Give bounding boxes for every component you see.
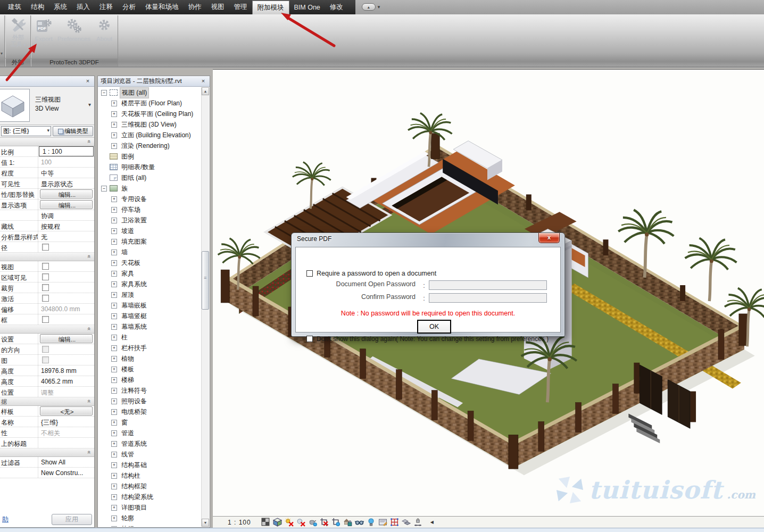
tree-item[interactable]: 管道系统 — [98, 438, 201, 449]
tree-expander-icon[interactable] — [111, 356, 117, 362]
tree-item[interactable]: 详图项目 — [98, 502, 201, 513]
sun-path-off-icon[interactable] — [285, 518, 294, 527]
tree-item[interactable]: 图纸 (all) — [98, 172, 201, 183]
tree-item-label[interactable]: 管道 — [120, 428, 136, 438]
panel-label-prototech[interactable]: ProtoTech 3DPDF — [31, 58, 118, 66]
displacement-sets-icon[interactable] — [402, 518, 411, 527]
tree-expander-icon[interactable] — [111, 462, 117, 468]
tree-item-label[interactable]: 屋顶 — [120, 290, 136, 300]
tree-item[interactable]: 家具 — [98, 268, 201, 279]
property-value[interactable] — [38, 355, 94, 365]
tree-item[interactable]: 管道 — [98, 428, 201, 438]
tree-item[interactable]: 线管 — [98, 449, 201, 460]
property-value[interactable]: 显示原状态 — [38, 178, 94, 188]
detail-level-icon[interactable] — [261, 518, 270, 527]
tree-expander-icon[interactable] — [111, 335, 117, 340]
temporary-hide-isolate-icon[interactable] — [355, 518, 364, 527]
tree-expander-icon[interactable] — [111, 132, 117, 138]
close-icon[interactable]: × — [84, 77, 92, 85]
property-value[interactable]: 调整 — [38, 387, 94, 397]
property-value[interactable]: 编辑... — [40, 334, 93, 343]
tree-item-label[interactable]: 立面 (Building Elevation) — [120, 130, 193, 140]
tree-item[interactable]: 注释符号 — [98, 385, 201, 396]
property-value[interactable]: {三维} — [38, 417, 94, 427]
type-selector[interactable]: 三维视图 3D View ▾ — [0, 87, 94, 125]
temporary-view-properties-icon[interactable] — [378, 518, 387, 527]
preferences-button[interactable]: Preferences — [55, 17, 93, 42]
ribbon-tab[interactable]: 体量和场地 — [140, 0, 184, 14]
tree-expander-icon[interactable] — [111, 388, 117, 394]
doc-open-password-input[interactable] — [429, 280, 547, 290]
properties-help-link[interactable]: 助 — [2, 515, 9, 524]
property-value[interactable]: <无> — [40, 406, 93, 415]
tree-expander-icon[interactable] — [111, 196, 117, 202]
edit-type-button[interactable]: 编辑类型 — [53, 126, 93, 136]
tree-item[interactable]: 屋顶 — [98, 289, 201, 300]
tree-item[interactable]: 视图 (all) — [98, 87, 201, 98]
tree-item-label[interactable]: 结构柱 — [120, 471, 142, 481]
close-icon[interactable]: x — [538, 233, 560, 243]
ribbon-tab[interactable]: 建筑 — [3, 0, 26, 14]
tree-expander-icon[interactable] — [111, 398, 117, 404]
property-value[interactable]: Show All — [38, 457, 94, 467]
tree-expander-icon[interactable] — [111, 420, 117, 426]
property-value[interactable] — [38, 438, 94, 448]
tree-item[interactable]: 墙 — [98, 247, 201, 257]
tree-expander-icon[interactable] — [111, 452, 117, 458]
tree-item[interactable]: 结构梁系统 — [98, 492, 201, 502]
tree-item-label[interactable]: 幕墙系统 — [120, 322, 148, 332]
tree-item-label[interactable]: 线管 — [120, 450, 136, 460]
tree-expander-icon[interactable] — [111, 494, 117, 500]
tree-expander-icon[interactable] — [111, 377, 117, 383]
tree-item[interactable]: 植物 — [98, 353, 201, 364]
tree-expander-icon[interactable] — [111, 250, 117, 255]
ribbon-tab[interactable]: 系统 — [49, 0, 72, 14]
properties-header[interactable]: × — [0, 76, 94, 87]
property-value[interactable] — [38, 253, 94, 261]
tree-expander-icon[interactable] — [111, 292, 117, 298]
tree-item[interactable]: 坡道 — [98, 226, 201, 236]
ribbon-tab[interactable]: 结构 — [26, 0, 49, 14]
ribbon-tab[interactable]: 插入 — [72, 0, 95, 14]
property-value[interactable] — [38, 242, 94, 252]
tree-item-label[interactable]: 结构基础 — [120, 460, 148, 470]
tree-expander-icon[interactable] — [101, 90, 107, 96]
property-value[interactable] — [38, 448, 94, 456]
crop-off-icon[interactable] — [320, 518, 329, 527]
tree-item[interactable]: 族 — [98, 183, 201, 194]
property-value[interactable]: 304800.0 mm — [38, 304, 94, 314]
tree-item[interactable]: 幕墙系统 — [98, 321, 201, 332]
tree-item-label[interactable]: 楼层平面 (Floor Plan) — [120, 98, 184, 109]
tree-item[interactable]: 天花板平面 (Ceiling Plan) — [98, 109, 201, 119]
tree-item-label[interactable]: 墙 — [120, 247, 129, 257]
tree-item-label[interactable]: 天花板 — [120, 258, 142, 268]
tree-item[interactable]: 楼板 — [98, 364, 201, 375]
tree-expander-icon[interactable] — [111, 143, 117, 149]
tree-item[interactable]: 结构柱 — [98, 470, 201, 481]
require-password-checkbox[interactable] — [306, 270, 313, 277]
tree-expander-icon[interactable] — [111, 218, 117, 223]
tree-item[interactable]: 卫浴装置 — [98, 215, 201, 226]
locked-view-icon[interactable] — [343, 518, 352, 527]
tree-item-label[interactable]: 植物 — [120, 354, 136, 364]
tree-item-label[interactable]: 明细表/数量 — [120, 162, 156, 172]
apply-button[interactable]: 应用 — [52, 514, 92, 525]
tree-item[interactable]: 轮廓 — [98, 513, 201, 523]
tree-item-label[interactable]: 幕墙嵌板 — [120, 301, 148, 311]
confirm-password-input[interactable] — [429, 293, 547, 303]
property-value[interactable] — [38, 397, 94, 405]
tree-item-label[interactable]: 专用设备 — [120, 194, 148, 204]
tree-expander-icon[interactable] — [111, 101, 117, 106]
tree-item-label[interactable]: 详图项目 — [120, 503, 148, 513]
scrollbar-thumb[interactable] — [202, 251, 209, 310]
ribbon-tab[interactable]: 协作 — [184, 0, 206, 14]
property-value[interactable]: 协调 — [38, 210, 94, 220]
tree-item[interactable]: 天花板 — [98, 257, 201, 268]
dont-show-again-checkbox[interactable] — [306, 336, 313, 342]
tree-expander-icon[interactable] — [111, 207, 117, 213]
tree-expander-icon[interactable] — [111, 484, 117, 489]
property-value[interactable]: 编辑... — [40, 200, 93, 209]
tree-item-label[interactable]: 天花板平面 (Ceiling Plan) — [120, 109, 195, 119]
tree-expander-icon[interactable] — [111, 345, 117, 351]
property-value[interactable]: 不相关 — [38, 427, 94, 437]
